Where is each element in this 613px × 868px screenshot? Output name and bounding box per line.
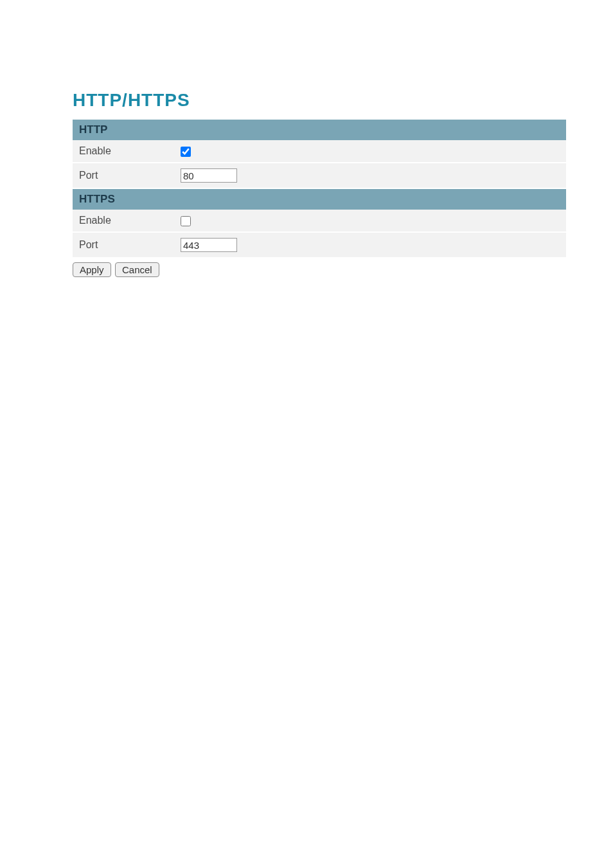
http-enable-checkbox[interactable] (181, 147, 191, 157)
http-enable-label: Enable (73, 140, 174, 163)
https-header-label: HTTPS (73, 188, 566, 210)
apply-button[interactable]: Apply (73, 262, 111, 277)
https-enable-label: Enable (73, 210, 174, 232)
page-title: HTTP/HTTPS (73, 90, 613, 111)
button-row: Apply Cancel (73, 262, 613, 277)
https-port-label: Port (73, 232, 174, 258)
http-https-form-table: HTTP Enable Port HTTPS Enable Port (73, 120, 566, 258)
https-port-row: Port (73, 232, 566, 258)
https-section-header: HTTPS (73, 188, 566, 210)
cancel-button[interactable]: Cancel (115, 262, 159, 277)
http-header-label: HTTP (73, 120, 566, 140)
http-port-label: Port (73, 163, 174, 188)
https-enable-row: Enable (73, 210, 566, 232)
http-enable-row: Enable (73, 140, 566, 163)
https-enable-checkbox[interactable] (181, 216, 191, 226)
http-port-row: Port (73, 163, 566, 188)
http-port-input[interactable] (181, 168, 237, 183)
https-port-input[interactable] (181, 238, 237, 252)
http-section-header: HTTP (73, 120, 566, 140)
